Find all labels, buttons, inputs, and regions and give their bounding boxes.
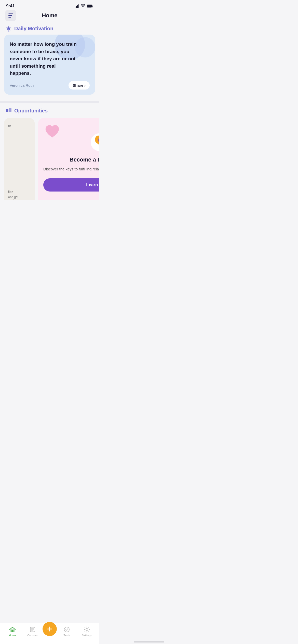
learn-more-button[interactable]: Learn More ›	[43, 178, 99, 192]
battery-icon	[87, 5, 93, 8]
heart-left-icon	[43, 123, 61, 141]
motivation-icon	[5, 25, 12, 32]
svg-point-10	[99, 145, 99, 146]
daily-motivation-title: Daily Motivation	[14, 26, 53, 32]
motivation-footer: Veronica Roth Share ›	[10, 81, 90, 90]
menu-icon	[8, 13, 13, 18]
share-button[interactable]: Share ›	[69, 81, 90, 90]
opportunities-section-header: Opportunities	[0, 103, 99, 118]
opportunities-icon	[5, 107, 12, 114]
status-icons	[75, 4, 93, 8]
balloons-icon	[93, 135, 99, 149]
signal-icon	[75, 4, 79, 8]
left-card-sub-text: and getremium.	[8, 195, 31, 200]
motivation-card: No matter how long you train someone to …	[4, 35, 95, 95]
app-header: Home	[0, 10, 99, 22]
left-card-mid-text: for	[8, 190, 31, 194]
status-bar: 9:41	[0, 0, 99, 10]
svg-rect-4	[8, 17, 11, 18]
svg-rect-2	[8, 13, 13, 14]
opportunities-title: Opportunities	[14, 108, 48, 114]
opportunity-card-title: Become a Love Expert	[70, 156, 99, 164]
scroll-area[interactable]: Daily Motivation No matter how long you …	[0, 22, 99, 200]
balloon-container	[91, 133, 99, 151]
motivation-quote: No matter how long you train someone to …	[10, 41, 78, 77]
svg-point-5	[8, 30, 9, 32]
svg-rect-6	[6, 109, 8, 112]
svg-rect-1	[87, 5, 92, 7]
menu-button[interactable]	[5, 10, 16, 21]
opportunity-card-description: Discover the keys to fulfilling relation…	[43, 166, 99, 172]
opportunity-card-main[interactable]: Become a Love Expert Discover the keys t…	[38, 118, 99, 200]
section-separator	[0, 101, 99, 103]
bg-circle-2	[75, 37, 95, 57]
daily-motivation-section-header: Daily Motivation	[0, 22, 99, 35]
page-title: Home	[42, 12, 57, 19]
balloon-icon-wrapper	[91, 133, 99, 151]
opportunity-cards-container: th for and getremium. >	[0, 118, 99, 200]
svg-rect-7	[9, 108, 11, 112]
motivation-author: Veronica Roth	[10, 83, 34, 87]
opportunity-card-left[interactable]: th for and getremium. >	[4, 118, 35, 200]
wifi-icon	[81, 4, 85, 8]
left-card-top-text: th	[8, 124, 11, 128]
status-time: 9:41	[6, 4, 15, 9]
svg-rect-3	[8, 15, 12, 16]
